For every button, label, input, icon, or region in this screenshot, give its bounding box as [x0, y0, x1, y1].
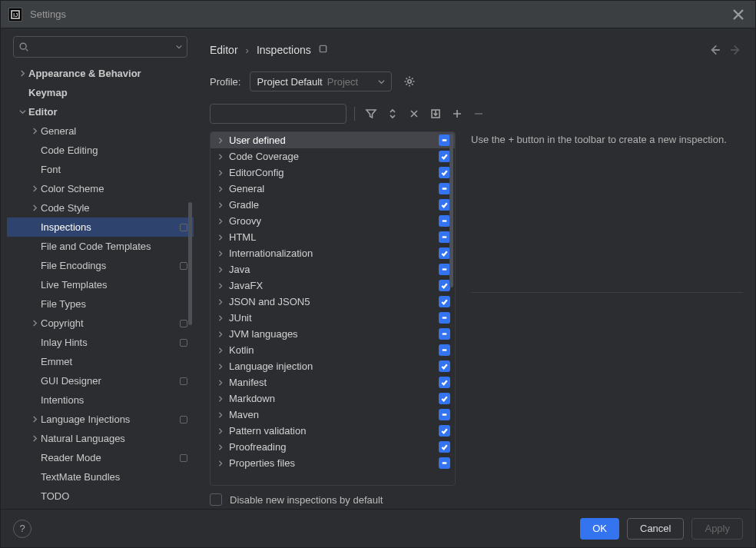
checkbox-partial-icon[interactable] [439, 183, 450, 194]
inspection-row[interactable]: Maven [211, 407, 455, 423]
checkbox-checked-icon[interactable] [439, 377, 450, 388]
inspection-row[interactable]: Code Coverage [211, 148, 455, 164]
checkbox-checked-icon[interactable] [439, 393, 450, 404]
sidebar-item[interactable]: Emmet [7, 352, 194, 371]
remove-icon[interactable] [470, 105, 487, 122]
sidebar-item[interactable]: TextMate Bundles [7, 467, 194, 487]
inspection-row[interactable]: JUnit [211, 310, 455, 326]
sidebar-item-label: Inlay Hints [41, 337, 180, 348]
sidebar-item[interactable]: File Encodings [7, 256, 194, 275]
inspection-row[interactable]: Groovy [211, 213, 455, 229]
checkbox-partial-icon[interactable] [439, 135, 450, 146]
inspection-row[interactable]: Markdown [211, 390, 455, 407]
sidebar-item[interactable]: Appearance & Behavior [7, 64, 194, 83]
collapse-all-icon[interactable] [406, 105, 423, 122]
sidebar-item[interactable]: Color Scheme [7, 179, 194, 198]
inspection-row[interactable]: Proofreading [211, 439, 455, 455]
checkbox-checked-icon[interactable] [439, 167, 450, 178]
cancel-button[interactable]: Cancel [627, 518, 684, 540]
apply-button[interactable]: Apply [691, 518, 743, 540]
inspection-search-input[interactable] [218, 108, 348, 120]
sidebar-search-input[interactable] [32, 42, 174, 53]
checkbox-checked-icon[interactable] [439, 199, 450, 211]
inspection-row[interactable]: Java [211, 261, 455, 277]
inspection-row[interactable]: JavaFX [211, 277, 455, 294]
reset-icon[interactable] [319, 45, 327, 55]
sidebar-item[interactable]: Live Templates [7, 275, 194, 294]
profile-dropdown[interactable]: Project Default Project [250, 71, 392, 91]
sidebar-item[interactable]: Natural Languages [7, 429, 194, 448]
checkbox-checked-icon[interactable] [439, 441, 450, 453]
sidebar-item[interactable]: Editor [7, 102, 194, 121]
gear-icon[interactable] [401, 73, 418, 90]
sidebar-search[interactable] [13, 36, 187, 58]
checkbox-checked-icon[interactable] [439, 151, 450, 162]
checkbox-checked-icon[interactable] [439, 360, 450, 372]
checkbox-checked-icon[interactable] [439, 296, 450, 307]
checkbox-partial-icon[interactable] [439, 344, 450, 356]
disable-checkbox[interactable] [210, 493, 222, 506]
inspection-row[interactable]: Manifest [211, 374, 455, 390]
inspection-row[interactable]: Properties files [211, 455, 455, 471]
sidebar-item[interactable]: TODO [7, 487, 194, 506]
sidebar-item[interactable]: Copyright [7, 314, 194, 333]
sidebar-item[interactable]: Inspections [7, 218, 194, 237]
sidebar-item[interactable]: Code Style [7, 198, 194, 218]
checkbox-partial-icon[interactable] [439, 231, 450, 243]
inspection-row[interactable]: HTML [211, 229, 455, 245]
sidebar-item[interactable]: Reader Mode [7, 448, 194, 467]
sidebar-item[interactable]: Font [7, 160, 194, 179]
sidebar-item[interactable]: File and Code Templates [7, 237, 194, 256]
sidebar-item[interactable]: GUI Designer [7, 371, 194, 390]
sidebar-item-label: Live Templates [41, 279, 187, 291]
inspection-row[interactable]: EditorConfig [211, 164, 455, 181]
forward-button[interactable] [729, 43, 743, 57]
scrollbar[interactable] [188, 202, 192, 325]
chevron-right-icon [215, 412, 226, 418]
inspection-label: HTML [229, 231, 439, 243]
checkbox-checked-icon[interactable] [439, 247, 450, 259]
checkbox-partial-icon[interactable] [439, 312, 450, 324]
sidebar-item[interactable]: File Types [7, 294, 194, 314]
sidebar-tree[interactable]: Appearance & BehaviorKeymapEditorGeneral… [7, 64, 194, 509]
checkbox-partial-icon[interactable] [439, 457, 450, 469]
inspection-row[interactable]: Gradle [211, 197, 455, 213]
inspection-search[interactable] [210, 104, 346, 124]
chevron-right-icon [215, 251, 226, 257]
sidebar-item[interactable]: Inlay Hints [7, 333, 194, 352]
filter-icon[interactable] [363, 105, 380, 122]
inspection-row[interactable]: General [211, 181, 455, 197]
sidebar-item-label: Copyright [41, 317, 180, 329]
close-button[interactable] [729, 5, 748, 24]
add-icon[interactable] [449, 105, 466, 122]
sidebar-item[interactable]: Keymap [7, 83, 194, 102]
checkbox-partial-icon[interactable] [439, 215, 450, 227]
checkbox-checked-icon[interactable] [439, 425, 450, 437]
inspection-label: Internationalization [229, 247, 439, 259]
help-button[interactable]: ? [13, 520, 32, 538]
export-icon[interactable] [427, 105, 444, 122]
back-button[interactable] [708, 43, 721, 57]
expand-collapse-icon[interactable] [384, 105, 401, 122]
sidebar-item[interactable]: Code Editing [7, 141, 194, 160]
inspection-row[interactable]: Language injection [211, 358, 455, 374]
sidebar-item[interactable]: Language Injections [7, 410, 194, 429]
inspection-row[interactable]: JVM languages [211, 326, 455, 342]
ok-button[interactable]: OK [580, 518, 619, 540]
inspection-row[interactable]: Pattern validation [211, 423, 455, 439]
inspection-list[interactable]: User definedCode CoverageEditorConfigGen… [210, 131, 456, 486]
scrollbar[interactable] [449, 134, 453, 287]
inspection-row[interactable]: Kotlin [211, 342, 455, 358]
disable-label[interactable]: Disable new inspections by default [230, 494, 383, 506]
breadcrumb-root[interactable]: Editor [210, 44, 238, 56]
chevron-right-icon [215, 331, 226, 337]
sidebar-item[interactable]: General [7, 121, 194, 141]
checkbox-partial-icon[interactable] [439, 409, 450, 420]
checkbox-partial-icon[interactable] [439, 328, 450, 340]
checkbox-checked-icon[interactable] [439, 280, 450, 291]
inspection-row[interactable]: User defined [211, 132, 455, 148]
inspection-row[interactable]: JSON and JSON5 [211, 294, 455, 310]
inspection-row[interactable]: Internationalization [211, 245, 455, 261]
sidebar-item[interactable]: Intentions [7, 390, 194, 410]
checkbox-partial-icon[interactable] [439, 264, 450, 275]
